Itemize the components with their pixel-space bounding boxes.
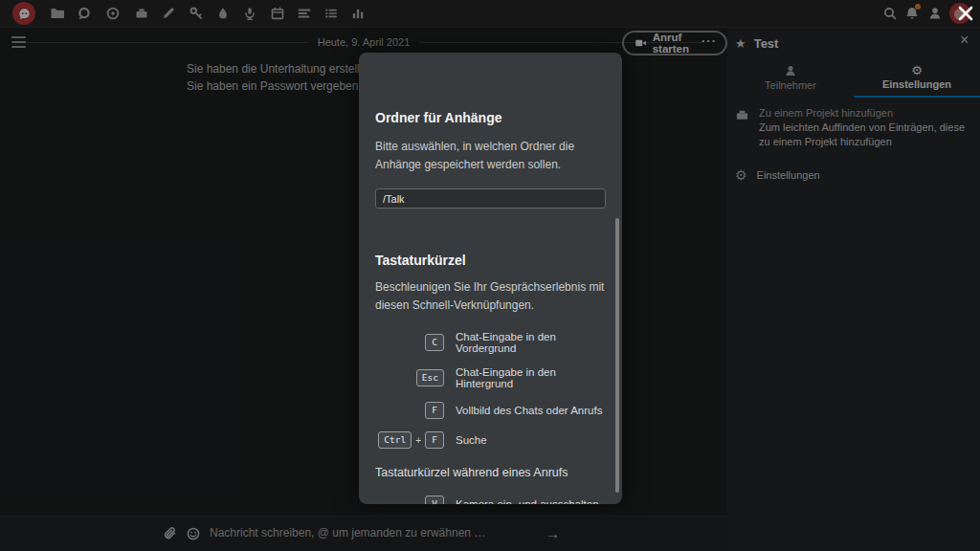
call-shortcuts-subtitle: Tastaturkürzel während eines Anrufs — [375, 466, 606, 479]
plus-sign: + — [415, 435, 421, 446]
key-ctrl: Ctrl — [378, 431, 412, 449]
shortcut-row: V Kamera ein- und ausschalten — [375, 496, 606, 504]
nextcloud-talk-app: Heute, 9. April 2021 Anruf starten ··· S… — [0, 0, 980, 551]
conversation-settings-modal: Ordner für Anhänge Bitte auswählen, in w… — [359, 53, 622, 504]
shortcut-row: F Vollbild des Chats oder Anrufs — [375, 402, 606, 419]
modal-close-icon[interactable] — [956, 4, 975, 23]
shortcut-label: Suche — [456, 434, 487, 446]
modal-scrollbar-thumb[interactable] — [615, 218, 619, 493]
shortcut-row: Esc Chat-Eingabe in den Hintergrund — [375, 366, 606, 389]
key-v: V — [425, 496, 444, 504]
shortcut-label: Vollbild des Chats oder Anrufs — [456, 405, 602, 416]
shortcut-label: Chat-Eingabe in den Hintergrund — [456, 366, 606, 389]
attachment-folder-input[interactable] — [375, 188, 606, 209]
shortcut-row: C Chat-Eingabe in den Vordergrund — [375, 331, 606, 354]
key-f: F — [425, 402, 444, 419]
key-c: C — [425, 334, 444, 351]
attachments-description: Bitte auswählen, in welchen Ordner die A… — [375, 138, 606, 174]
shortcut-label: Kamera ein- und ausschalten — [456, 498, 599, 504]
attachments-section-title: Ordner für Anhänge — [375, 110, 606, 125]
shortcut-label: Chat-Eingabe in den Vordergrund — [456, 331, 606, 354]
shortcuts-description: Beschleunigen Sie Ihr Gesprächserlebnis … — [375, 278, 606, 315]
shortcut-row: Ctrl + F Suche — [375, 431, 606, 449]
shortcuts-section-title: Tastaturkürzel — [375, 253, 606, 268]
key-f: F — [425, 431, 444, 449]
key-esc: Esc — [416, 369, 444, 386]
